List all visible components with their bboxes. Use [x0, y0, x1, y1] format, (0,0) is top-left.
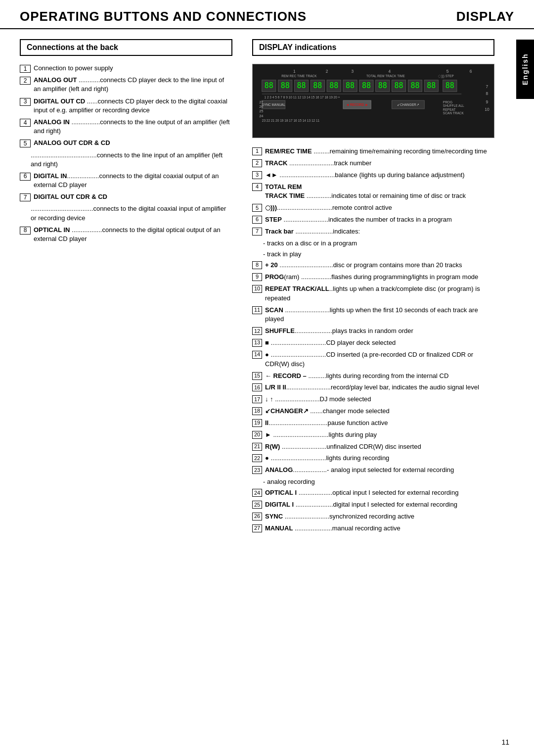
item-number: 4: [252, 183, 262, 191]
item-text: ANALOG IN ................connects to th…: [34, 118, 232, 136]
svg-text:88: 88: [297, 81, 306, 90]
svg-text:↙CHANGER↗: ↙CHANGER↗: [397, 103, 419, 106]
list-item: 17 ↓ ↑ .........................DJ mode …: [252, 395, 494, 404]
item-number: 18: [252, 407, 262, 415]
list-item: 25 DIGITAL I .....................digita…: [252, 500, 494, 510]
svg-text:6: 6: [470, 69, 472, 74]
list-item: 23 ANALOG...................- analog inp…: [252, 466, 494, 475]
item-text: ◄► ...............................balanc…: [265, 171, 494, 180]
svg-text:1: 1: [293, 69, 296, 74]
svg-text:8: 8: [486, 91, 489, 96]
item-number: 1: [252, 147, 262, 155]
language-tab: English: [516, 40, 534, 99]
item-text: Connection to power supply: [34, 64, 232, 73]
item-text: TOTAL REMTRACK TIME ..............indica…: [265, 183, 494, 201]
list-item: 2 TRACK .........................track n…: [252, 159, 494, 168]
list-item: 6 DIGITAL IN..................connects t…: [20, 172, 232, 189]
item-text: OPTICAL IN .................connects to …: [34, 226, 232, 243]
svg-text:27: 27: [259, 100, 263, 104]
item-text: ANALOG...................- analog input …: [265, 466, 494, 475]
list-item: 12 SHUFFLE.....................plays tra…: [252, 327, 494, 336]
list-item: 13 ■ ...............................CD p…: [252, 338, 494, 348]
item-text: MANUAL .....................manual recor…: [265, 524, 494, 533]
item-number: 3: [20, 98, 31, 106]
svg-text:REPEAT: REPEAT: [443, 108, 456, 111]
item-text: + 20 ..............................disc …: [265, 261, 494, 270]
list-item: 8 + 20 ..............................dis…: [252, 261, 494, 270]
item-number: 23: [252, 466, 262, 474]
item-number: 4: [20, 119, 31, 127]
list-item: 4 ANALOG IN ................connects to …: [20, 118, 232, 136]
display-diagram: 1 2 3 4 5 6 REM REC TIME TRACK TOTAL REM…: [252, 64, 494, 138]
svg-text:2: 2: [326, 69, 328, 74]
item-number: 9: [252, 273, 262, 281]
list-item: 1 REM/REC TIME .........remaining time/r…: [252, 147, 494, 156]
list-item: 15 ← RECORD – ..........lights during re…: [252, 372, 494, 381]
item-indent: ...................................conne…: [20, 204, 232, 222]
svg-text:88: 88: [362, 81, 371, 90]
item-text: ■ ...............................CD play…: [265, 338, 494, 348]
header-left-title: OPERATING BUTTONS AND CONNECTIONS: [20, 9, 307, 24]
svg-text:88: 88: [329, 81, 338, 90]
svg-text:88: 88: [378, 81, 387, 90]
svg-text:SYNC MANUAL: SYNC MANUAL: [262, 103, 286, 106]
svg-text:88: 88: [281, 81, 290, 90]
page-number: 11: [501, 738, 509, 746]
item-number: 21: [252, 443, 262, 451]
item-number: 13: [252, 339, 262, 347]
svg-text:26: 26: [259, 104, 263, 109]
list-item: 3 DIGITAL OUT CD ......connects CD playe…: [20, 97, 232, 115]
svg-text:88: 88: [427, 81, 436, 90]
display-section-header: DISPLAY indications: [252, 39, 494, 56]
list-item: 3 ◄► ...............................bala…: [252, 171, 494, 180]
item-text: ● ...............................CD inse…: [265, 350, 494, 369]
item-text: DIGITAL IN..................connects to …: [34, 172, 232, 189]
svg-text:5: 5: [446, 69, 449, 74]
display-svg: 1 2 3 4 5 6 REM REC TIME TRACK TOTAL REM…: [253, 64, 494, 138]
item-text: SYNC .........................synchroniz…: [265, 512, 494, 521]
list-item: 1 Connection to power supply: [20, 64, 232, 73]
list-item: 19 II.................................pa…: [252, 419, 494, 428]
item-indent: - tracks on a disc or in a program: [252, 239, 494, 248]
item-number: 27: [252, 524, 262, 532]
svg-text:88: 88: [445, 81, 454, 90]
item-number: 25: [252, 501, 262, 509]
header: OPERATING BUTTONS AND CONNECTIONS DISPLA…: [0, 0, 534, 29]
connections-column: Connections at the back 1 Connection to …: [20, 29, 247, 536]
item-number: 20: [252, 431, 262, 439]
item-text: PROG(ram) .................flashes durin…: [265, 273, 494, 282]
svg-text:3: 3: [351, 69, 354, 74]
item-number: 14: [252, 351, 262, 359]
item-number: 1: [20, 65, 31, 73]
svg-text:88: 88: [410, 81, 419, 90]
list-item: 10 REPEAT TRACK/ALL..lights up when a tr…: [252, 284, 494, 303]
item-number: 8: [252, 261, 262, 269]
main-content: Connections at the back 1 Connection to …: [0, 29, 534, 536]
item-text: SCAN .........................lights up …: [265, 306, 494, 325]
list-item: 6 STEP .........................indicate…: [252, 215, 494, 225]
svg-text:PROG: PROG: [443, 100, 452, 104]
item-number: 22: [252, 454, 262, 462]
list-item: 26 SYNC .........................synchro…: [252, 512, 494, 521]
item-text: ANALOG OUT ............connects CD playe…: [34, 76, 232, 94]
item-number: 7: [20, 193, 31, 201]
item-text: ANALOG OUT CDR & CD: [34, 139, 232, 147]
header-right-title: DISPLAY: [456, 9, 514, 24]
item-text: ↙CHANGER↗ .......changer mode selected: [265, 407, 494, 416]
item-text: R(W) .........................unfinalize…: [265, 442, 494, 452]
display-column: DISPLAY indications 1 2 3 4 5 6 REM REC …: [247, 29, 514, 536]
list-item: 7 DIGITAL OUT CDR & CD: [20, 192, 232, 201]
list-item: 20 ► ...............................ligh…: [252, 430, 494, 440]
list-item: 5 ANALOG OUT CDR & CD: [20, 139, 232, 147]
item-number: 6: [252, 216, 262, 224]
list-item: 5 ◌)))...............................rem…: [252, 203, 494, 213]
svg-text:24: 24: [259, 114, 263, 118]
item-text: L/R II II.........................record…: [265, 383, 494, 392]
item-text: ◌)))...............................remot…: [265, 203, 494, 213]
item-text: REPEAT TRACK/ALL..lights up when a track…: [265, 284, 494, 303]
list-item: 16 L/R II II.........................rec…: [252, 383, 494, 392]
item-number: 2: [252, 159, 262, 167]
item-text: DIGITAL I .....................digital i…: [265, 500, 494, 510]
svg-text:7: 7: [486, 84, 489, 89]
list-item: 2 ANALOG OUT ............connects CD pla…: [20, 76, 232, 94]
